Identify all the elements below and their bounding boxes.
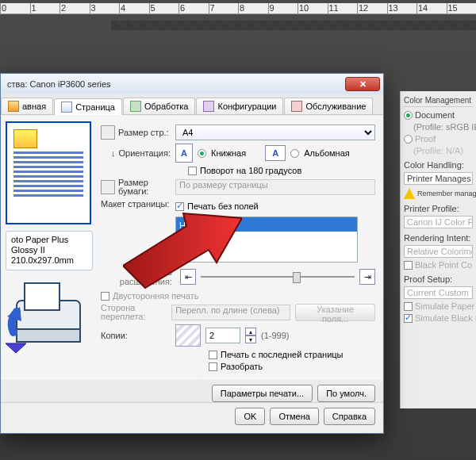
canvas-peek <box>111 21 476 30</box>
cm-remember-row: Remember managem <box>404 188 473 199</box>
svg-rect-1 <box>25 283 60 310</box>
print-params-button[interactable]: Параметры печати... <box>212 385 313 402</box>
tab-main[interactable]: авная <box>1 98 53 114</box>
cm-handling-label: Color Handling: <box>404 160 473 170</box>
copies-up-button[interactable]: ▲ <box>245 328 256 335</box>
tab-strip: авная Страница Обработка Конфигурации Об… <box>1 94 383 115</box>
color-management-panel: Color Management Document (Profile: sRGB… <box>400 91 476 408</box>
orientation-portrait-label: Книжная <box>211 148 246 158</box>
cm-proof-profile: (Profile: N/A) <box>404 146 473 155</box>
extension-label: епень расширения: <box>101 267 172 286</box>
pagesize-icon <box>101 125 115 140</box>
layout-option[interactable] <box>176 246 357 260</box>
tab-service[interactable]: Обслуживание <box>284 98 373 114</box>
printer-illustration <box>6 277 91 353</box>
orientation-landscape-label: Альбомная <box>304 148 350 158</box>
papersize-label: Размербумаги: <box>101 178 171 196</box>
borderless-label: Печать без полей <box>187 201 259 211</box>
pagesize-label: Размер стр.: <box>101 125 171 140</box>
collate-label: Разобрать <box>221 362 263 371</box>
copies-down-button[interactable]: ▼ <box>245 335 256 343</box>
printer-properties-dialog: ства: Canon iP3600 series ✕ авная Страни… <box>0 73 384 434</box>
layout-option[interactable] <box>176 232 357 246</box>
papersize-icon <box>101 180 115 194</box>
duplex-check[interactable] <box>101 292 109 301</box>
orientation-portrait-icon: A <box>175 144 193 163</box>
orientation-portrait-radio[interactable] <box>198 149 206 158</box>
margin-button[interactable]: Указание поля... <box>295 304 375 321</box>
orientation-landscape-icon: A <box>265 145 286 161</box>
cm-proof-setup-label: Proof Setup: <box>404 274 473 284</box>
collate-check[interactable] <box>209 362 217 371</box>
cm-sim-black-check[interactable]: Simulate Black I <box>404 313 473 323</box>
preview-column: oto Paper Plus Glossy II 210.0x297.0mm <box>1 115 98 380</box>
cm-document-profile: (Profile: sRGB IE <box>404 122 473 132</box>
paper-description: oto Paper Plus Glossy II 210.0x297.0mm <box>6 231 93 270</box>
reverse-order-check[interactable] <box>209 351 217 359</box>
binding-label: Сторонапереплета: <box>101 304 167 321</box>
service-icon <box>291 101 302 112</box>
cm-rendering-label: Rendering Intent: <box>404 233 473 243</box>
window-close-button[interactable]: ✕ <box>345 77 380 91</box>
config-icon <box>203 101 214 112</box>
cm-handling-select[interactable]: Printer Manages Co <box>404 172 473 185</box>
cm-printer-profile-label: Printer Profile: <box>404 204 473 213</box>
app-ruler: 0123456789101112131415 <box>0 3 476 14</box>
cm-document-radio[interactable]: Document <box>404 110 473 120</box>
papersize-select[interactable]: По размеру страницы <box>175 179 375 195</box>
page-preview <box>6 121 91 224</box>
titlebar: ства: Canon iP3600 series ✕ <box>1 74 383 94</box>
cm-sim-paper-check[interactable]: Simulate Paper <box>404 301 473 311</box>
reverse-order-label: Печать с последней страницы <box>221 350 344 359</box>
rotate-180-label: Поворот на 180 градусов <box>200 166 301 175</box>
extension-slider[interactable] <box>201 276 355 278</box>
borderless-check[interactable] <box>175 202 184 211</box>
copies-range: (1-999) <box>261 331 289 340</box>
duplex-label: Двусторонняя печать <box>113 291 198 301</box>
cm-heading: Color Management <box>404 96 473 107</box>
orientation-landscape-radio[interactable] <box>290 149 299 158</box>
copies-label: Копии: <box>101 331 171 340</box>
cm-proof-setup-select[interactable]: Current Custom Set <box>404 286 473 299</box>
svg-marker-4 <box>6 343 26 353</box>
copies-icon <box>175 324 201 347</box>
cm-printer-profile-select[interactable]: Canon IJ Color Prin <box>404 216 473 228</box>
page-icon <box>61 102 72 113</box>
cancel-button[interactable]: Отмена <box>270 408 318 425</box>
processing-icon <box>130 101 141 112</box>
orientation-label: ↓Ориентация: <box>101 148 171 158</box>
layout-listbox[interactable]: Норм. размер <box>175 217 358 263</box>
ok-button[interactable]: OK <box>235 408 265 425</box>
extension-max-button[interactable]: ⇥ <box>359 269 375 285</box>
layout-label: Макет страницы: <box>101 199 171 209</box>
defaults-button[interactable]: По умолч. <box>317 385 375 402</box>
warning-icon <box>404 188 415 199</box>
cm-bpc-check[interactable]: Black Point Co <box>404 260 473 270</box>
rotate-180-check[interactable] <box>188 167 197 175</box>
window-title: ства: Canon iP3600 series <box>4 79 345 89</box>
binding-select[interactable]: Перепл. по длине (слева) <box>171 305 290 320</box>
svg-rect-2 <box>17 329 80 342</box>
layout-option-selected[interactable]: Норм. размер <box>176 217 357 232</box>
pagesize-select[interactable]: A4 <box>175 125 375 140</box>
extension-min-button[interactable]: ⇤ <box>180 269 196 285</box>
tab-page[interactable]: Страница <box>54 98 122 115</box>
main-icon <box>8 101 19 112</box>
help-button[interactable]: Справка <box>324 408 375 425</box>
copies-input[interactable] <box>205 328 240 343</box>
tab-configurations[interactable]: Конфигурации <box>196 98 283 114</box>
cm-proof-radio[interactable]: Proof <box>404 134 473 144</box>
cm-rendering-select[interactable]: Relative Colorimetric <box>404 245 473 258</box>
page-form: Размер стр.: A4 ↓Ориентация: A Книжная A… <box>98 115 383 380</box>
tab-processing[interactable]: Обработка <box>123 98 195 114</box>
